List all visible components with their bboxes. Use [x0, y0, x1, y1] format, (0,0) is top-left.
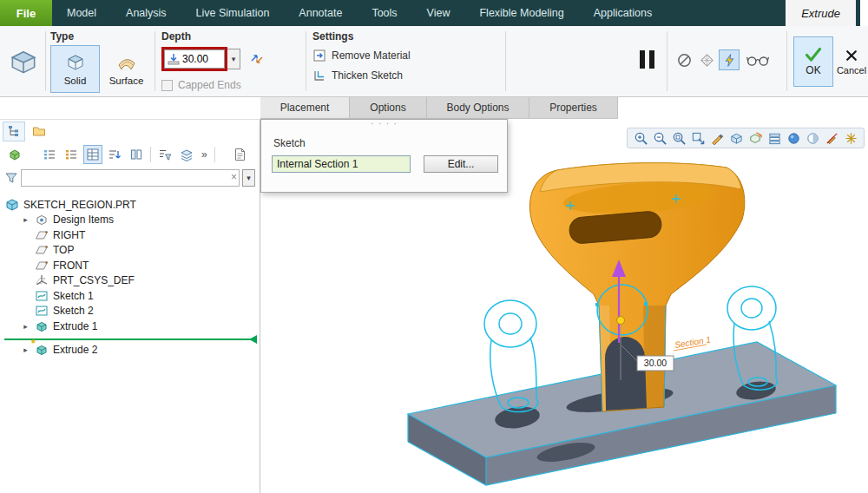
part-display-button[interactable]: [5, 145, 24, 164]
display-style-button[interactable]: [727, 129, 745, 147]
refit-icon: [672, 131, 687, 146]
tab-view[interactable]: View: [412, 0, 465, 26]
remove-material-toggle[interactable]: Remove Material: [312, 49, 411, 62]
tree-sort-button[interactable]: [105, 145, 124, 164]
tree-label: TOP: [53, 244, 74, 256]
capped-ends-row[interactable]: Capped Ends: [161, 79, 267, 91]
view-manager-button[interactable]: [766, 129, 783, 147]
depth-group-label: Depth: [161, 30, 267, 43]
cancel-button[interactable]: Cancel: [835, 36, 868, 87]
tab-body-options[interactable]: Body Options: [427, 97, 529, 118]
expand-arrow-icon[interactable]: ▸: [21, 345, 30, 354]
tab-flexible-modeling[interactable]: Flexible Modeling: [464, 0, 578, 26]
depth-field[interactable]: [164, 49, 225, 69]
circle-slash-icon: [676, 52, 693, 69]
sketch-collector-field[interactable]: Internal Section 1: [272, 155, 411, 173]
appearance-gallery-button[interactable]: [785, 129, 802, 147]
ribbon-divider: [306, 31, 306, 91]
depth-dropdown-button[interactable]: ▾: [227, 49, 240, 69]
model-tree-tab[interactable]: [3, 122, 25, 141]
tree-row-csys[interactable]: PRT_CSYS_DEF: [0, 273, 260, 289]
tree-row-sketch-2[interactable]: Sketch 2: [0, 304, 260, 319]
tab-annotate[interactable]: Annotate: [284, 0, 357, 26]
tree-columns-button[interactable]: [127, 145, 146, 164]
depth-type-icon: [167, 52, 181, 66]
layers-icon: [180, 148, 194, 161]
capped-ends-checkbox[interactable]: [161, 80, 173, 91]
tree-toolbar: »: [0, 142, 260, 167]
insert-here-locator[interactable]: [4, 339, 255, 340]
sort-icon: [108, 148, 122, 161]
preview-glasses-button[interactable]: [743, 49, 773, 70]
solid-button[interactable]: Solid: [50, 45, 100, 93]
saved-orientations-icon: [748, 131, 763, 146]
cancel-label: Cancel: [837, 65, 866, 76]
tree-row-front-plane[interactable]: FRONT: [0, 258, 260, 273]
tree-items-button[interactable]: [40, 145, 59, 164]
panel-gripper[interactable]: · · · ·: [261, 120, 507, 128]
no-preview-button[interactable]: [674, 49, 694, 70]
search-dropdown-button[interactable]: ▾: [242, 169, 255, 187]
tab-live-simulation[interactable]: Live Simulation: [181, 0, 285, 26]
edit-sketch-button[interactable]: Edit...: [424, 155, 498, 173]
tab-applications[interactable]: Applications: [579, 0, 667, 26]
render-style-button[interactable]: [804, 129, 821, 147]
tree-row-top-plane[interactable]: TOP: [0, 243, 260, 259]
tree-row-sketch-1[interactable]: Sketch 1: [0, 288, 260, 304]
tab-options[interactable]: Options: [350, 97, 427, 118]
surface-icon: [116, 52, 137, 73]
surface-button[interactable]: Surface: [102, 45, 151, 93]
refit-button[interactable]: [670, 129, 687, 147]
flip-depth-direction-button[interactable]: [247, 49, 267, 69]
zoom-in-button[interactable]: [632, 129, 649, 147]
view-manager-icon: [767, 131, 782, 146]
zoom-out-button[interactable]: [651, 129, 668, 147]
tree-search-input[interactable]: [21, 169, 240, 187]
feature-preview-button[interactable]: [719, 49, 740, 70]
clear-search-icon[interactable]: ×: [231, 171, 237, 183]
green-part-icon: [8, 148, 22, 161]
tab-tools[interactable]: Tools: [357, 0, 411, 26]
sketcher-display-button[interactable]: [842, 129, 859, 147]
expand-arrow-icon[interactable]: ▸: [21, 322, 30, 331]
folder-browser-tab[interactable]: [28, 122, 50, 141]
layer-tree-button[interactable]: [177, 145, 196, 164]
tab-analysis[interactable]: Analysis: [111, 0, 181, 26]
ribbon-divider: [786, 31, 787, 91]
tree-row-part[interactable]: SKETCH_REGION.PRT: [0, 197, 260, 213]
tree-settings-button[interactable]: [83, 145, 102, 164]
tree-filter-button[interactable]: [155, 145, 174, 164]
tab-placement[interactable]: Placement: [260, 97, 350, 118]
tree-row-extrude-1[interactable]: ▸ Extrude 1: [0, 319, 260, 334]
expand-arrow-icon[interactable]: ▸: [21, 215, 30, 224]
tree-items-icon: [43, 148, 56, 161]
thicken-sketch-icon: [312, 69, 326, 82]
tree-list-button[interactable]: [62, 145, 81, 164]
depth-value-input[interactable]: [181, 53, 224, 65]
saved-orientations-button[interactable]: [746, 129, 764, 147]
verify-button[interactable]: [696, 49, 717, 70]
tree-row-design-items[interactable]: ▸ Design Items: [0, 213, 260, 228]
sketcher-display-icon: [844, 131, 858, 146]
placement-panel: · · · · Sketch Internal Section 1 Edit..…: [260, 119, 508, 193]
annotation-display-button[interactable]: [823, 129, 840, 147]
tree-label: Sketch 1: [53, 290, 94, 302]
toolbar-overflow-button[interactable]: »: [199, 148, 210, 161]
filter-funnel-icon[interactable]: [4, 171, 18, 185]
thicken-sketch-toggle[interactable]: Thicken Sketch: [312, 69, 411, 82]
repaint-button[interactable]: [708, 129, 726, 147]
type-group-label: Type: [50, 30, 151, 43]
tree-report-button[interactable]: [230, 145, 249, 164]
tree-row-extrude-2[interactable]: ▸ * Extrude 2: [0, 343, 260, 358]
capped-ends-label: Capped Ends: [178, 79, 241, 91]
tab-extrude-active[interactable]: Extrude: [786, 0, 856, 26]
extrude-feature-icon: [7, 45, 40, 78]
file-menu-button[interactable]: File: [0, 0, 52, 26]
zoom-in-icon: [634, 131, 648, 146]
zoom-region-button[interactable]: [689, 129, 707, 147]
tab-model[interactable]: Model: [52, 0, 111, 26]
tree-row-right-plane[interactable]: RIGHT: [0, 227, 260, 243]
tab-properties[interactable]: Properties: [529, 97, 618, 118]
pause-button[interactable]: [640, 50, 654, 69]
ok-button[interactable]: OK: [793, 36, 833, 87]
